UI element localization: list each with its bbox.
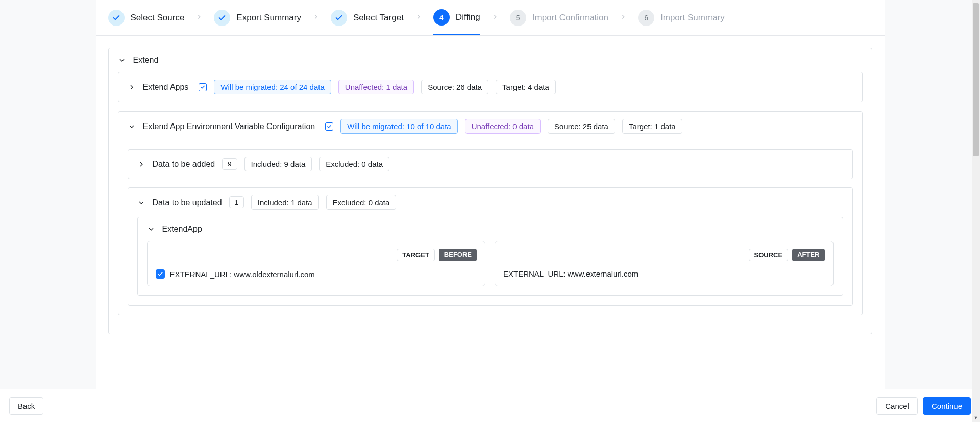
extend-env-title: Extend App Environment Variable Configur… <box>143 122 315 131</box>
data-updated-title: Data to be updated <box>153 198 222 207</box>
check-icon <box>214 10 230 26</box>
unaffected-tag: Unaffected: 0 data <box>465 119 541 134</box>
extend-env-panel: Extend App Environment Variable Configur… <box>118 111 863 315</box>
source-tag: Source: 25 data <box>548 119 615 134</box>
chevron-down-icon <box>118 56 126 64</box>
extendapp-header[interactable]: ExtendApp <box>138 217 843 241</box>
tag-label: Unaffected: <box>472 122 510 131</box>
extendapp-group: ExtendApp TARGET BEFORE <box>137 217 843 296</box>
target-before-box: TARGET BEFORE E <box>147 241 486 286</box>
step-select-target[interactable]: Select Target <box>331 10 404 26</box>
data-added-panel: Data to be added 9 Included: 9 data Excl… <box>128 149 853 179</box>
extendapp-title: ExtendApp <box>162 225 202 234</box>
data-added-title: Data to be added <box>153 160 215 169</box>
chevron-right-icon <box>312 13 320 22</box>
source-label: SOURCE <box>749 249 789 261</box>
data-updated-panel: Data to be updated 1 Included: 1 data Ex… <box>128 187 853 306</box>
scrollbar-thumb[interactable] <box>973 3 979 156</box>
wizard-stepper: Select Source Export Summary Select Targ… <box>96 0 885 36</box>
chevron-right-icon <box>415 13 422 22</box>
source-after-box: SOURCE AFTER EXTERNAL_URL: www.externalu… <box>495 241 834 286</box>
chevron-right-icon <box>195 13 203 22</box>
count-badge: 9 <box>222 158 237 170</box>
target-tag: Target: 1 data <box>622 119 682 134</box>
scrollbar[interactable]: ▲ ▼ <box>972 0 980 402</box>
data-updated-header[interactable]: Data to be updated 1 Included: 1 data Ex… <box>128 188 852 217</box>
step-number: 4 <box>433 9 450 26</box>
chevron-right-icon <box>128 83 136 91</box>
tag-label: Will be migrated: <box>220 83 278 91</box>
cancel-button[interactable]: Cancel <box>876 397 918 402</box>
chevron-down-icon <box>137 198 145 207</box>
step-label: Import Confirmation <box>532 13 608 23</box>
migrated-tag: Will be migrated: 10 of 10 data <box>340 119 457 134</box>
chevron-right-icon <box>137 160 145 168</box>
wizard-footer: Back Cancel Continue <box>0 389 980 402</box>
chevron-down-icon <box>128 122 136 131</box>
step-label: Export Summary <box>236 13 301 23</box>
step-number: 6 <box>638 10 654 26</box>
target-label: TARGET <box>397 249 434 261</box>
check-icon <box>108 10 125 26</box>
migrate-checkbox[interactable] <box>325 122 333 131</box>
migrated-tag: Will be migrated: 24 of 24 data <box>214 80 331 94</box>
target-tag: Target: 4 data <box>496 80 556 94</box>
check-icon <box>331 10 347 26</box>
tag-value: 1 data <box>386 83 407 91</box>
after-label: AFTER <box>792 249 824 261</box>
excluded-tag: Excluded: 0 data <box>326 195 397 210</box>
before-label: BEFORE <box>439 249 477 261</box>
extend-env-header[interactable]: Extend App Environment Variable Configur… <box>118 112 862 141</box>
continue-button[interactable]: Continue <box>923 397 971 402</box>
extend-apps-header[interactable]: Extend Apps Will be migrated: 24 of 24 d… <box>118 72 862 102</box>
step-label: Select Source <box>131 13 185 23</box>
included-tag: Included: 9 data <box>244 157 312 171</box>
step-number: 5 <box>510 10 526 26</box>
tag-value: 24 of 24 data <box>280 83 325 91</box>
step-import-summary: 6 Import Summary <box>638 10 725 26</box>
excluded-tag: Excluded: 0 data <box>319 157 389 171</box>
tag-value: 0 data <box>512 122 534 131</box>
step-label: Import Summary <box>660 13 725 23</box>
unaffected-tag: Unaffected: 1 data <box>338 80 414 94</box>
env-var-after: EXTERNAL_URL: www.externalurl.com <box>503 269 638 278</box>
tag-label: Will be migrated: <box>347 122 404 131</box>
step-import-confirmation: 5 Import Confirmation <box>510 10 608 26</box>
extend-title: Extend <box>133 56 159 65</box>
count-badge: 1 <box>229 196 244 208</box>
tag-value: 10 of 10 data <box>406 122 451 131</box>
step-select-source[interactable]: Select Source <box>108 10 185 26</box>
extend-header[interactable]: Extend <box>109 48 872 72</box>
chevron-down-icon <box>147 225 155 233</box>
tag-label: Unaffected: <box>345 83 384 91</box>
migrate-checkbox[interactable] <box>199 83 207 91</box>
chevron-right-icon <box>620 13 627 22</box>
step-label: Diffing <box>456 12 480 22</box>
env-var-before: EXTERNAL_URL: www.oldexternalurl.com <box>170 270 315 279</box>
extend-apps-panel: Extend Apps Will be migrated: 24 of 24 d… <box>118 72 863 102</box>
source-tag: Source: 26 data <box>421 80 488 94</box>
step-export-summary[interactable]: Export Summary <box>214 10 301 26</box>
step-label: Select Target <box>353 13 404 23</box>
row-checkbox[interactable] <box>156 269 165 279</box>
extend-panel: Extend Extend Apps Will be migrated <box>108 48 872 334</box>
chevron-right-icon <box>492 13 499 22</box>
data-added-header[interactable]: Data to be added 9 Included: 9 data Excl… <box>128 150 852 179</box>
step-diffing[interactable]: 4 Diffing <box>433 9 480 35</box>
back-button[interactable]: Back <box>9 397 43 402</box>
extend-apps-title: Extend Apps <box>143 83 189 92</box>
included-tag: Included: 1 data <box>251 195 319 210</box>
